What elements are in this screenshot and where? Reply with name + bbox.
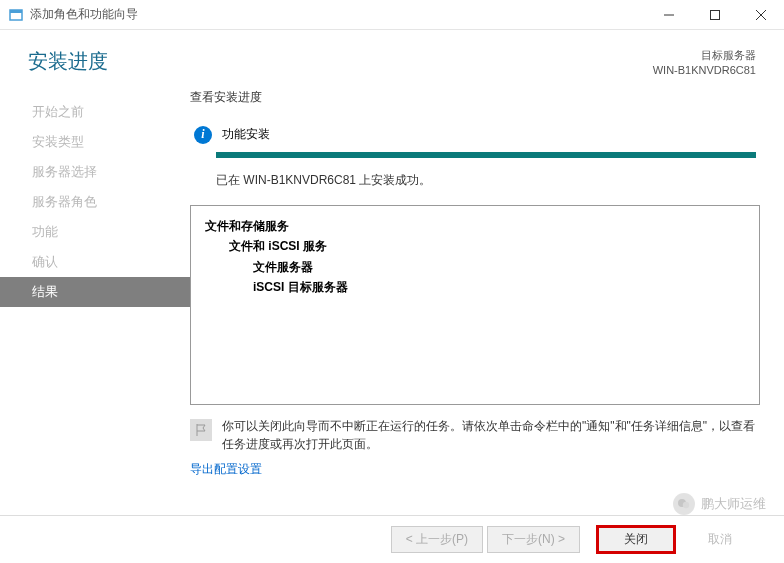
close-wizard-button[interactable]: 关闭 <box>596 525 676 554</box>
cancel-button: 取消 <box>680 527 760 552</box>
wizard-footer: < 上一步(P) 下一步(N) > 关闭 取消 <box>0 515 784 563</box>
export-config-link[interactable]: 导出配置设置 <box>190 461 760 478</box>
content-area: 查看安装进度 i 功能安装 已在 WIN-B1KNVDR6C81 上安装成功。 … <box>190 89 784 519</box>
app-icon <box>8 7 24 23</box>
window-controls <box>646 0 784 29</box>
status-row: i 功能安装 <box>190 126 760 144</box>
detail-item: iSCSI 目标服务器 <box>205 277 745 297</box>
svg-point-7 <box>683 502 689 508</box>
prev-button: < 上一步(P) <box>391 526 483 553</box>
result-message: 已在 WIN-B1KNVDR6C81 上安装成功。 <box>216 172 760 189</box>
svg-rect-1 <box>10 10 22 13</box>
target-server-name: WIN-B1KNVDR6C81 <box>653 63 756 78</box>
page-title: 安装进度 <box>28 48 108 75</box>
flag-icon <box>190 419 212 441</box>
detail-item: 文件服务器 <box>205 257 745 277</box>
sidebar-item-0: 开始之前 <box>0 97 190 127</box>
install-details-box: 文件和存储服务文件和 iSCSI 服务文件服务器iSCSI 目标服务器 <box>190 205 760 405</box>
wizard-header: 安装进度 目标服务器 WIN-B1KNVDR6C81 <box>0 30 784 89</box>
wechat-icon <box>673 493 695 515</box>
wizard-sidebar: 开始之前安装类型服务器选择服务器角色功能确认结果 <box>0 89 190 519</box>
info-icon: i <box>194 126 212 144</box>
sidebar-item-1: 安装类型 <box>0 127 190 157</box>
note-row: 你可以关闭此向导而不中断正在运行的任务。请依次单击命令栏中的"通知"和"任务详细… <box>190 417 760 453</box>
view-progress-label: 查看安装进度 <box>190 89 760 106</box>
target-label: 目标服务器 <box>653 48 756 63</box>
title-bar: 添加角色和功能向导 <box>0 0 784 30</box>
maximize-button[interactable] <box>692 0 738 29</box>
window-title: 添加角色和功能向导 <box>30 6 646 23</box>
sidebar-item-5: 确认 <box>0 247 190 277</box>
main-area: 开始之前安装类型服务器选择服务器角色功能确认结果 查看安装进度 i 功能安装 已… <box>0 89 784 519</box>
minimize-button[interactable] <box>646 0 692 29</box>
note-text: 你可以关闭此向导而不中断正在运行的任务。请依次单击命令栏中的"通知"和"任务详细… <box>222 417 760 453</box>
sidebar-item-3: 服务器角色 <box>0 187 190 217</box>
sidebar-item-6: 结果 <box>0 277 190 307</box>
next-button: 下一步(N) > <box>487 526 580 553</box>
status-text: 功能安装 <box>222 126 270 143</box>
sidebar-item-2: 服务器选择 <box>0 157 190 187</box>
progress-bar <box>216 152 756 158</box>
detail-item: 文件和存储服务 <box>205 216 745 236</box>
sidebar-item-4: 功能 <box>0 217 190 247</box>
watermark: 鹏大师运维 <box>673 493 766 515</box>
svg-rect-3 <box>711 10 720 19</box>
watermark-text: 鹏大师运维 <box>701 495 766 513</box>
close-button[interactable] <box>738 0 784 29</box>
target-server-info: 目标服务器 WIN-B1KNVDR6C81 <box>653 48 756 79</box>
detail-item: 文件和 iSCSI 服务 <box>205 236 745 256</box>
